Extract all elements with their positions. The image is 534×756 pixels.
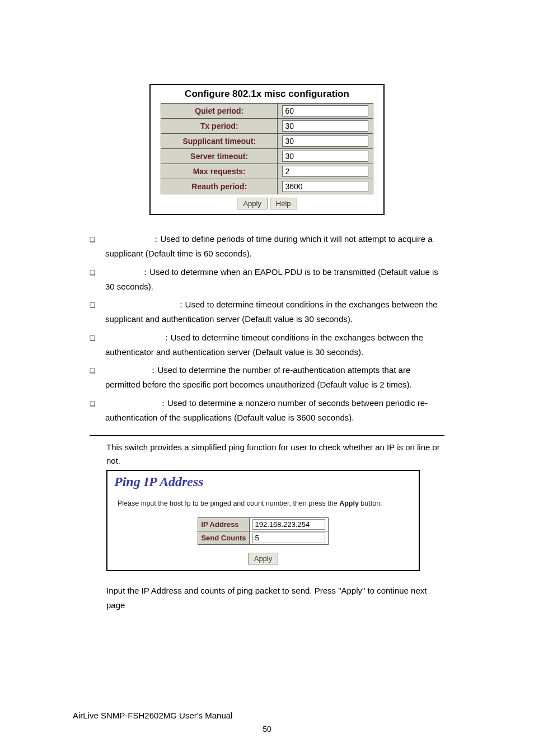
checkbox-icon: ❏ (90, 396, 105, 410)
checkbox-icon: ❏ (90, 330, 105, 344)
config-help-button[interactable]: Help (270, 198, 297, 209)
ping-instruction: Please input the host Ip to be pinged an… (107, 500, 419, 517)
page-number: 50 (73, 725, 461, 734)
bullet-label: ReAuthMax (105, 363, 149, 377)
manual-title: AirLive SNMP-FSH2602MG User's Manual (73, 711, 461, 720)
ip-address-label: IP Address (198, 518, 249, 531)
bullet-supplicant-timeout: ❏ Supplicant Timeout：Used to determine t… (90, 297, 444, 327)
bullet-label: Tx Period (105, 265, 141, 279)
bullet-tx-period: ❏ Tx Period：Used to determine when an EA… (90, 265, 444, 295)
send-counts-input[interactable] (252, 533, 325, 543)
checkbox-icon: ❏ (90, 363, 105, 377)
quiet-period-label: Quiet period: (161, 104, 278, 119)
bullet-reauth-period: ❏ Reauth Period：Used to determine a nonz… (90, 396, 444, 426)
reauth-period-label: Reauth period: (161, 179, 278, 194)
ping-apply-button[interactable]: Apply (248, 553, 279, 564)
bullet-server-timeout: ❏ Server Timeout：Used to determine timeo… (90, 330, 444, 360)
config-table: Quiet period: Tx period: Supplicant time… (161, 103, 373, 194)
bullet-text: Used to determine when an EAPOL PDU is t… (105, 267, 438, 291)
ping-after-text: Input the IP Address and counts of ping … (106, 584, 444, 612)
supplicant-timeout-input[interactable] (282, 136, 368, 147)
ping-description: This switch provides a simplified ping f… (106, 441, 444, 468)
bullet-list: ❏ Quiet Period：Used to define periods of… (90, 232, 444, 425)
max-requests-label: Max requests: (161, 164, 278, 179)
row-tx-period: Tx period: (161, 119, 373, 134)
checkbox-icon: ❏ (90, 232, 105, 246)
tx-period-label: Tx period: (161, 119, 278, 134)
row-reauth-period: Reauth period: (161, 179, 373, 194)
checkbox-icon: ❏ (90, 297, 105, 311)
row-server-timeout: Server timeout: (161, 149, 373, 164)
ping-panel-title: Ping IP Address (107, 471, 419, 500)
ping-table: IP Address Send Counts (198, 517, 328, 545)
ping-row-ip: IP Address (198, 518, 328, 531)
bullet-label: Server Timeout (105, 330, 162, 345)
tx-period-input[interactable] (282, 120, 368, 132)
bullet-reauthmax: ❏ ReAuthMax：Used to determine the number… (90, 363, 444, 393)
bullet-quiet-period: ❏ Quiet Period：Used to define periods of… (90, 232, 444, 262)
config-802.1x-panel: Configure 802.1x misc configuration Quie… (149, 84, 385, 215)
server-timeout-input[interactable] (282, 151, 368, 162)
ip-address-input[interactable] (252, 519, 325, 530)
row-supplicant-timeout: Supplicant timeout: (161, 134, 373, 149)
max-requests-input[interactable] (282, 166, 368, 177)
footer: AirLive SNMP-FSH2602MG User's Manual 50 (73, 711, 461, 734)
send-counts-label: Send Counts (198, 531, 249, 545)
supplicant-timeout-label: Supplicant timeout: (161, 134, 278, 149)
section-divider (90, 435, 444, 436)
row-max-requests: Max requests: (161, 164, 373, 179)
config-apply-button[interactable]: Apply (237, 198, 268, 209)
ping-row-counts: Send Counts (198, 531, 328, 545)
checkbox-icon: ❏ (90, 265, 105, 279)
row-quiet-period: Quiet period: (161, 104, 373, 119)
bullet-label: Supplicant Timeout (105, 297, 177, 312)
bullet-label: Quiet Period (105, 232, 152, 246)
ping-panel: Ping IP Address Please input the host Ip… (106, 470, 420, 571)
reauth-period-input[interactable] (282, 181, 368, 192)
bullet-label: Reauth Period (105, 396, 159, 410)
quiet-period-input[interactable] (282, 105, 368, 116)
server-timeout-label: Server timeout: (161, 149, 278, 164)
config-title: Configure 802.1x misc configuration (151, 85, 383, 103)
